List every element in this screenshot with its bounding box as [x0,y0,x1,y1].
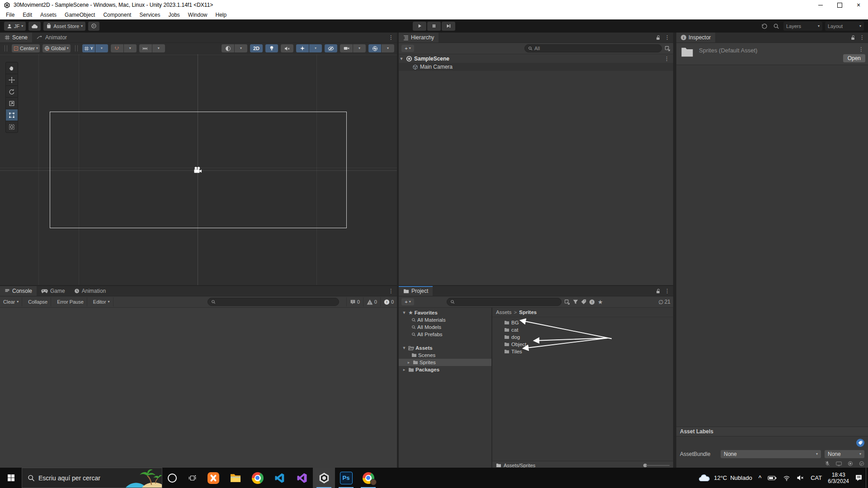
camera-gizmo-icon[interactable] [193,167,202,174]
breadcrumb-sprites[interactable]: Sprites [519,310,537,315]
effects-toggle[interactable] [296,44,309,52]
2d-mode-toggle[interactable]: 2D [250,44,263,52]
taskbar-chrome-profile-button[interactable] [357,468,379,488]
language-indicator[interactable]: CAT [807,468,825,488]
tab-animation[interactable]: Animation [70,286,110,296]
tab-animator[interactable]: Animator [32,33,71,42]
pause-button[interactable] [427,22,441,31]
snap-settings-button[interactable] [139,44,152,52]
tool-orientation-dropdown[interactable]: Global ▾ [42,44,71,52]
console-error-pause-toggle[interactable]: Error Pause [54,297,87,306]
cortana-button[interactable] [162,468,182,488]
asset-store-button[interactable]: Asset Store ▾ [43,22,85,31]
hidden-count-badge[interactable]: ∅ 21 [658,299,670,305]
console-error-counter[interactable]: ! 0 [380,297,397,306]
folder-item-tiles[interactable]: Tiles [492,348,673,355]
console-clear-button[interactable]: Clear ▾ [0,297,22,306]
play-button[interactable] [413,22,426,31]
status-check-icon[interactable] [859,461,864,466]
taskbar-explorer-button[interactable] [224,468,246,488]
label-tag-button[interactable] [856,439,864,447]
drag-grip[interactable] [75,45,78,52]
picker-icon[interactable] [564,299,570,305]
volume-indicator[interactable] [793,468,807,488]
drag-grip[interactable] [5,45,7,52]
panel-divider[interactable] [673,33,676,468]
project-menu-kebab[interactable]: ⋮ [665,288,670,294]
console-menu-kebab[interactable]: ⋮ [388,288,394,294]
hidden-objects-toggle[interactable] [325,44,337,52]
snap-increment-caret[interactable]: ▾ [124,44,137,52]
close-button[interactable]: × [849,0,868,10]
tree-all-models[interactable]: All Models [399,324,491,331]
tree-packages[interactable]: ▸ Packages [399,366,491,373]
asset-labels-header[interactable]: Asset Labels [676,427,868,436]
menu-component[interactable]: Component [99,12,135,18]
project-create-button[interactable]: + ▾ [401,298,414,305]
move-tool[interactable] [6,74,18,86]
grid-visibility-toggle[interactable]: Y [82,44,95,52]
tree-all-materials[interactable]: All Materials [399,316,491,324]
menu-jobs[interactable]: Jobs [164,12,184,18]
scene-audio-toggle[interactable] [281,44,293,52]
undo-history-button[interactable] [760,22,769,31]
taskbar-photoshop-button[interactable]: Ps [335,468,357,488]
filter-by-label-icon[interactable] [581,299,586,305]
assetbundle-dropdown[interactable]: None ▾ [721,450,821,458]
scene-row-kebab[interactable]: ⋮ [664,56,673,62]
asset-header-kebab[interactable]: ⋮ [859,46,864,52]
picker-icon[interactable] [665,46,670,52]
panel-divider[interactable] [399,285,673,286]
scene-menu-kebab[interactable]: ⋮ [388,34,394,41]
cloud-services-button[interactable] [28,22,41,31]
tab-project[interactable]: Project [399,286,433,296]
tab-console[interactable]: Console [0,286,37,296]
transform-tool[interactable] [6,121,18,132]
scale-tool[interactable] [6,98,18,109]
account-button[interactable]: JF ▾ [4,22,26,31]
console-info-counter[interactable]: ! 0 [346,297,363,306]
grid-visibility-caret[interactable]: ▾ [95,44,108,52]
console-collapse-toggle[interactable]: Collapse [25,297,51,306]
tree-favorites[interactable]: ▼ ★ Favorites [399,309,491,316]
open-button[interactable]: Open [843,54,865,62]
taskbar-xampp-button[interactable] [202,468,224,488]
gizmos-caret[interactable]: ▾ [382,44,394,52]
menu-services[interactable]: Services [135,12,164,18]
lock-icon[interactable] [656,289,660,294]
rect-tool[interactable] [6,109,18,121]
wifi-indicator[interactable] [780,468,793,488]
tab-scene[interactable]: Scene [0,33,32,42]
menu-file[interactable]: File [2,12,19,18]
assetbundle-variant-dropdown[interactable]: None ▾ [825,450,864,458]
draw-mode-caret[interactable]: ▾ [235,44,247,52]
tree-assets[interactable]: ▼ Assets [399,344,491,352]
foldout-closed-icon[interactable]: ▸ [401,367,407,372]
folder-item-object[interactable]: Object [492,341,673,348]
hierarchy-row-main-camera[interactable]: Main Camera [399,63,673,71]
project-search-field[interactable] [447,298,561,306]
tree-all-prefabs[interactable]: All Prefabs [399,331,491,338]
effects-caret[interactable]: ▾ [309,44,322,52]
scene-viewport[interactable] [0,54,397,285]
taskbar-search-input[interactable]: Escriu aquí per cercar [22,468,162,488]
tab-hierarchy[interactable]: Hierarchy [399,33,439,42]
search-button[interactable] [772,22,781,31]
taskbar-visualstudio-button[interactable] [291,468,313,488]
view-hand-tool[interactable] [6,62,18,74]
rotate-tool[interactable] [6,86,18,98]
hierarchy-search-field[interactable]: All [524,44,662,52]
console-log-area[interactable] [0,308,397,468]
taskbar-unity-button[interactable] [313,468,335,488]
foldout-open-icon[interactable]: ▼ [401,310,407,315]
camera-settings-button[interactable] [340,44,353,52]
tool-handle-position-dropdown[interactable]: Center ▾ [12,44,40,52]
hierarchy-create-button[interactable]: + ▾ [401,45,414,52]
notification-center-button[interactable] [852,468,866,488]
show-desktop-button[interactable] [866,468,868,488]
lock-icon[interactable] [656,35,660,40]
panel-divider[interactable] [397,33,399,468]
menu-edit[interactable]: Edit [19,12,36,18]
menu-gameobject[interactable]: GameObject [61,12,99,18]
maximize-button[interactable] [830,0,849,10]
